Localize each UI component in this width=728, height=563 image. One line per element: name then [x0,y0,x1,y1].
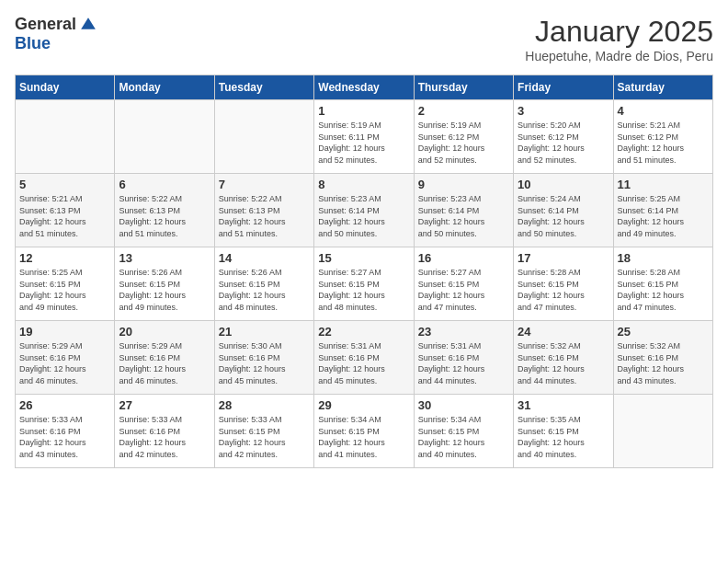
calendar-body: 1Sunrise: 5:19 AM Sunset: 6:11 PM Daylig… [16,100,713,468]
calendar-cell: 31Sunrise: 5:35 AM Sunset: 6:15 PM Dayli… [514,395,613,468]
calendar-cell [613,395,712,468]
calendar-cell: 9Sunrise: 5:23 AM Sunset: 6:14 PM Daylig… [414,174,513,247]
calendar-cell: 14Sunrise: 5:26 AM Sunset: 6:15 PM Dayli… [214,247,313,321]
calendar-week-5: 26Sunrise: 5:33 AM Sunset: 6:16 PM Dayli… [16,395,713,468]
day-number: 1 [318,104,409,118]
day-number: 21 [219,325,310,339]
day-number: 14 [219,251,310,265]
logo-icon [78,15,98,35]
calendar-subtitle: Huepetuhe, Madre de Dios, Peru [525,49,713,63]
calendar-cell: 12Sunrise: 5:25 AM Sunset: 6:15 PM Dayli… [16,247,115,321]
calendar-cell: 23Sunrise: 5:31 AM Sunset: 6:16 PM Dayli… [414,321,513,395]
calendar-cell: 11Sunrise: 5:25 AM Sunset: 6:14 PM Dayli… [613,174,712,247]
page-header: General Blue January 2025 Huepetuhe, Mad… [15,15,713,63]
calendar-cell [115,100,214,174]
day-number: 3 [518,104,609,118]
calendar-cell: 19Sunrise: 5:29 AM Sunset: 6:16 PM Dayli… [16,321,115,395]
calendar-cell: 28Sunrise: 5:33 AM Sunset: 6:15 PM Dayli… [214,395,313,468]
day-number: 27 [119,398,210,412]
calendar-cell: 4Sunrise: 5:21 AM Sunset: 6:12 PM Daylig… [613,100,712,174]
calendar-cell: 21Sunrise: 5:30 AM Sunset: 6:16 PM Dayli… [214,321,313,395]
calendar-cell: 16Sunrise: 5:27 AM Sunset: 6:15 PM Dayli… [414,247,513,321]
day-info: Sunrise: 5:29 AM Sunset: 6:16 PM Dayligh… [19,340,110,386]
day-info: Sunrise: 5:19 AM Sunset: 6:11 PM Dayligh… [318,120,409,166]
day-info: Sunrise: 5:34 AM Sunset: 6:15 PM Dayligh… [418,414,509,460]
day-info: Sunrise: 5:28 AM Sunset: 6:15 PM Dayligh… [618,267,709,313]
calendar-cell: 29Sunrise: 5:34 AM Sunset: 6:15 PM Dayli… [314,395,414,468]
day-number: 17 [518,251,609,265]
logo: General Blue [15,15,98,53]
day-number: 29 [318,398,409,412]
day-number: 9 [418,178,509,191]
calendar-cell: 30Sunrise: 5:34 AM Sunset: 6:15 PM Dayli… [414,395,513,468]
day-number: 13 [119,251,210,265]
day-info: Sunrise: 5:23 AM Sunset: 6:14 PM Dayligh… [418,193,509,239]
calendar-cell: 8Sunrise: 5:23 AM Sunset: 6:14 PM Daylig… [314,174,414,247]
calendar-header-row: SundayMondayTuesdayWednesdayThursdayFrid… [16,75,713,100]
title-block: January 2025 Huepetuhe, Madre de Dios, P… [525,15,713,63]
day-info: Sunrise: 5:35 AM Sunset: 6:15 PM Dayligh… [518,414,609,460]
day-number: 28 [219,398,310,412]
calendar-cell: 22Sunrise: 5:31 AM Sunset: 6:16 PM Dayli… [314,321,414,395]
day-info: Sunrise: 5:33 AM Sunset: 6:16 PM Dayligh… [19,414,110,460]
calendar-cell: 2Sunrise: 5:19 AM Sunset: 6:12 PM Daylig… [414,100,513,174]
calendar-week-4: 19Sunrise: 5:29 AM Sunset: 6:16 PM Dayli… [16,321,713,395]
day-info: Sunrise: 5:25 AM Sunset: 6:14 PM Dayligh… [618,193,709,239]
day-number: 5 [19,178,110,191]
weekday-header-monday: Monday [115,75,214,100]
calendar-week-3: 12Sunrise: 5:25 AM Sunset: 6:15 PM Dayli… [16,247,713,321]
day-info: Sunrise: 5:33 AM Sunset: 6:15 PM Dayligh… [219,414,310,460]
calendar-cell: 15Sunrise: 5:27 AM Sunset: 6:15 PM Dayli… [314,247,414,321]
calendar-cell [16,100,115,174]
day-info: Sunrise: 5:32 AM Sunset: 6:16 PM Dayligh… [618,340,709,386]
calendar-cell: 13Sunrise: 5:26 AM Sunset: 6:15 PM Dayli… [115,247,214,321]
svg-marker-0 [81,17,96,29]
day-info: Sunrise: 5:30 AM Sunset: 6:16 PM Dayligh… [219,340,310,386]
day-number: 12 [19,251,110,265]
day-info: Sunrise: 5:22 AM Sunset: 6:13 PM Dayligh… [119,193,210,239]
weekday-header-friday: Friday [514,75,613,100]
day-info: Sunrise: 5:29 AM Sunset: 6:16 PM Dayligh… [119,340,210,386]
day-info: Sunrise: 5:27 AM Sunset: 6:15 PM Dayligh… [418,267,509,313]
day-number: 10 [518,178,609,191]
calendar-cell: 6Sunrise: 5:22 AM Sunset: 6:13 PM Daylig… [115,174,214,247]
calendar-title: January 2025 [525,15,713,49]
day-info: Sunrise: 5:34 AM Sunset: 6:15 PM Dayligh… [318,414,409,460]
day-info: Sunrise: 5:26 AM Sunset: 6:15 PM Dayligh… [119,267,210,313]
day-number: 4 [618,104,709,118]
day-number: 8 [318,178,409,191]
calendar-table: SundayMondayTuesdayWednesdayThursdayFrid… [15,75,713,468]
day-info: Sunrise: 5:23 AM Sunset: 6:14 PM Dayligh… [318,193,409,239]
day-info: Sunrise: 5:25 AM Sunset: 6:15 PM Dayligh… [19,267,110,313]
calendar-cell: 26Sunrise: 5:33 AM Sunset: 6:16 PM Dayli… [16,395,115,468]
day-number: 25 [618,325,709,339]
day-number: 31 [518,398,609,412]
calendar-cell: 10Sunrise: 5:24 AM Sunset: 6:14 PM Dayli… [514,174,613,247]
day-number: 23 [418,325,509,339]
logo-general: General [15,15,76,33]
day-number: 22 [318,325,409,339]
day-number: 26 [19,398,110,412]
day-info: Sunrise: 5:21 AM Sunset: 6:12 PM Dayligh… [618,120,709,166]
logo-blue: Blue [15,34,51,52]
weekday-header-saturday: Saturday [613,75,712,100]
calendar-cell: 24Sunrise: 5:32 AM Sunset: 6:16 PM Dayli… [514,321,613,395]
weekday-header-sunday: Sunday [16,75,115,100]
day-info: Sunrise: 5:26 AM Sunset: 6:15 PM Dayligh… [219,267,310,313]
calendar-week-1: 1Sunrise: 5:19 AM Sunset: 6:11 PM Daylig… [16,100,713,174]
day-number: 2 [418,104,509,118]
day-number: 20 [119,325,210,339]
weekday-header-wednesday: Wednesday [314,75,414,100]
day-info: Sunrise: 5:31 AM Sunset: 6:16 PM Dayligh… [418,340,509,386]
day-info: Sunrise: 5:21 AM Sunset: 6:13 PM Dayligh… [19,193,110,239]
day-info: Sunrise: 5:32 AM Sunset: 6:16 PM Dayligh… [518,340,609,386]
calendar-cell: 18Sunrise: 5:28 AM Sunset: 6:15 PM Dayli… [613,247,712,321]
calendar-cell: 25Sunrise: 5:32 AM Sunset: 6:16 PM Dayli… [613,321,712,395]
day-info: Sunrise: 5:33 AM Sunset: 6:16 PM Dayligh… [119,414,210,460]
day-info: Sunrise: 5:19 AM Sunset: 6:12 PM Dayligh… [418,120,509,166]
weekday-header-tuesday: Tuesday [214,75,313,100]
calendar-cell: 1Sunrise: 5:19 AM Sunset: 6:11 PM Daylig… [314,100,414,174]
day-number: 7 [219,178,310,191]
calendar-week-2: 5Sunrise: 5:21 AM Sunset: 6:13 PM Daylig… [16,174,713,247]
day-number: 15 [318,251,409,265]
